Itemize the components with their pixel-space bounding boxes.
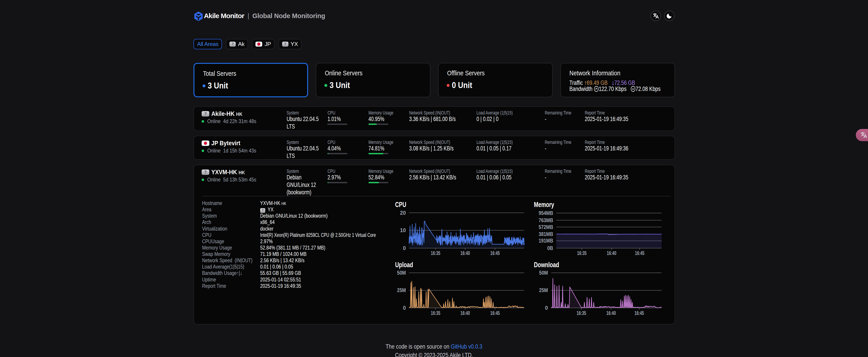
svg-text:572MB: 572MB xyxy=(539,224,553,230)
svg-text:10: 10 xyxy=(400,227,406,233)
svg-text:0B: 0B xyxy=(547,245,553,251)
svg-text:16:40: 16:40 xyxy=(607,310,616,316)
svg-text:16:40: 16:40 xyxy=(460,310,470,316)
svg-text:0: 0 xyxy=(403,245,406,251)
svg-text:16:45: 16:45 xyxy=(490,250,500,256)
svg-text:50M: 50M xyxy=(539,270,548,276)
svg-text:16:45: 16:45 xyxy=(490,310,500,316)
svg-text:381MB: 381MB xyxy=(539,231,553,237)
svg-text:25M: 25M xyxy=(397,287,406,293)
svg-text:763MB: 763MB xyxy=(539,217,553,223)
svg-text:16:35: 16:35 xyxy=(577,250,587,256)
svg-text:954MB: 954MB xyxy=(539,210,553,216)
svg-text:191MB: 191MB xyxy=(539,238,553,244)
svg-text:16:40: 16:40 xyxy=(607,250,616,256)
svg-text:0: 0 xyxy=(545,305,548,311)
svg-text:16:45: 16:45 xyxy=(635,250,645,256)
svg-text:0: 0 xyxy=(403,305,406,311)
svg-text:16:40: 16:40 xyxy=(460,250,470,256)
svg-text:16:35: 16:35 xyxy=(431,310,440,316)
svg-text:16:35: 16:35 xyxy=(577,310,586,316)
svg-text:25M: 25M xyxy=(539,287,548,293)
svg-text:16:45: 16:45 xyxy=(634,310,644,316)
svg-text:20: 20 xyxy=(400,210,406,216)
svg-text:16:35: 16:35 xyxy=(431,250,440,256)
svg-text:50M: 50M xyxy=(397,270,406,276)
